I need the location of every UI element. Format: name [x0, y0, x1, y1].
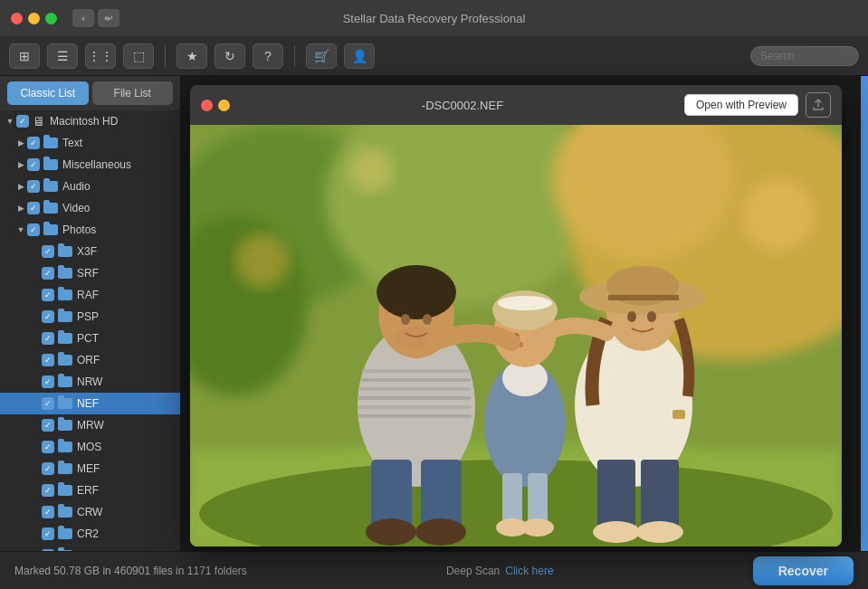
help-button[interactable]: ?	[253, 43, 283, 69]
checkbox-psp[interactable]	[42, 310, 54, 323]
user-button[interactable]: 👤	[344, 43, 375, 69]
tree-item-srf[interactable]: SRF	[0, 262, 180, 284]
checkbox-pct[interactable]	[42, 332, 54, 345]
folder-icon	[43, 203, 58, 214]
family-photo-svg	[190, 125, 842, 546]
tree-item-erf[interactable]: ERF	[0, 480, 180, 501]
undo-icon: ↩	[104, 12, 113, 24]
folder-icon	[58, 442, 72, 452]
folder-icon	[58, 268, 72, 279]
tab-file-list[interactable]: File List	[92, 81, 174, 105]
checkbox-nrw[interactable]	[42, 375, 54, 388]
tree-item-nrw[interactable]: NRW	[0, 371, 180, 393]
share-button[interactable]	[806, 92, 831, 118]
checkbox-mef[interactable]	[42, 462, 54, 475]
tree-label: Video	[62, 202, 90, 214]
tree-item-pct[interactable]: PCT	[0, 328, 180, 349]
checkbox-audio[interactable]	[27, 180, 40, 193]
checkbox-crw[interactable]	[42, 506, 54, 518]
folder-icon	[58, 528, 72, 539]
list-view-button[interactable]: ☰	[47, 43, 78, 69]
folder-icon	[58, 290, 72, 300]
sidebar: Classic List File List ▼ 🖥 Macintosh HD …	[0, 76, 181, 551]
tree-label: Miscellaneous	[62, 158, 131, 171]
checkbox-orf[interactable]	[42, 354, 54, 366]
checkbox-nef[interactable]	[42, 397, 54, 410]
tree-label: CRW	[77, 506, 102, 518]
tree-item-miscellaneous[interactable]: ▶ Miscellaneous	[0, 154, 180, 176]
drive-icon: 🖥	[33, 114, 45, 128]
tree-label: CR2	[77, 527, 99, 540]
recover-button[interactable]: Recover	[753, 556, 854, 585]
tree-item-psp[interactable]: PSP	[0, 306, 180, 328]
checkbox-macintosh-hd[interactable]	[16, 115, 29, 128]
click-here-link[interactable]: Click here	[505, 565, 553, 577]
refresh-button[interactable]: ↻	[215, 43, 245, 69]
checkbox-eps[interactable]	[42, 549, 54, 551]
tree-label: Audio	[62, 180, 91, 193]
folder-icon	[43, 159, 58, 170]
checkbox-photos[interactable]	[27, 223, 40, 236]
tab-classic-list[interactable]: Classic List	[7, 81, 89, 105]
tree-label: MRW	[77, 419, 104, 432]
sidebar-tabs: Classic List File List	[0, 76, 180, 110]
checkbox-mos[interactable]	[42, 441, 54, 453]
tree-item-eps[interactable]: EPS	[0, 545, 180, 551]
minimize-button[interactable]	[28, 13, 40, 24]
checkbox-video[interactable]	[27, 202, 40, 214]
column-view-button[interactable]: ⋮⋮	[85, 43, 116, 69]
star-button[interactable]: ★	[176, 43, 207, 69]
search-input[interactable]	[750, 46, 859, 66]
checkbox-text[interactable]	[27, 137, 40, 149]
cart-button[interactable]: 🛒	[306, 43, 337, 69]
checkbox-cr2[interactable]	[42, 527, 54, 540]
deep-scan-area: Deep Scan Click here	[446, 565, 554, 577]
maximize-button[interactable]	[45, 13, 57, 24]
tree-item-photos[interactable]: ▼ Photos	[0, 219, 180, 241]
folder-icon	[58, 398, 72, 409]
tree-label: NRW	[77, 375, 102, 388]
checkbox-raf[interactable]	[42, 289, 54, 301]
tree-item-text[interactable]: ▶ Text	[0, 132, 180, 154]
folder-icon	[58, 333, 72, 344]
checkbox-erf[interactable]	[42, 484, 54, 497]
tree-item-crw[interactable]: CRW	[0, 501, 180, 523]
toolbar-sep-1	[165, 45, 166, 67]
folder-icon	[58, 507, 72, 518]
close-button[interactable]	[11, 13, 23, 24]
tree-item-raf[interactable]: RAF	[0, 284, 180, 306]
tree-item-macintosh-hd[interactable]: ▼ 🖥 Macintosh HD	[0, 110, 180, 132]
tree-label: X3F	[77, 245, 97, 258]
cover-view-button[interactable]: ⬚	[123, 43, 154, 69]
checkbox-srf[interactable]	[42, 267, 54, 280]
title-bar: ‹ › ↩ Stellar Data Recovery Professional	[0, 0, 868, 36]
preview-panel: -DSC0002.NEF Open with Preview	[181, 76, 868, 551]
checkbox-mrw[interactable]	[42, 419, 54, 432]
tree-item-audio[interactable]: ▶ Audio	[0, 176, 180, 197]
preview-minimize-button[interactable]	[218, 100, 230, 111]
tree-item-nef[interactable]: NEF	[0, 393, 180, 414]
deep-scan-label: Deep Scan	[446, 565, 500, 577]
tree-item-mrw[interactable]: MRW	[0, 414, 180, 436]
tree-label: Photos	[62, 223, 96, 236]
tree-label: Macintosh HD	[50, 115, 118, 128]
folder-icon	[58, 311, 72, 322]
open-with-preview-button[interactable]: Open with Preview	[684, 94, 798, 116]
tree-item-x3f[interactable]: X3F	[0, 241, 180, 262]
tree-item-video[interactable]: ▶ Video	[0, 197, 180, 219]
preview-close-button[interactable]	[201, 100, 213, 111]
folder-icon	[58, 485, 72, 496]
checkbox-x3f[interactable]	[42, 245, 54, 258]
traffic-lights	[11, 13, 57, 24]
nav-back-button[interactable]: ‹	[72, 9, 94, 27]
tree-item-orf[interactable]: ORF	[0, 349, 180, 371]
tree-item-mef[interactable]: MEF	[0, 458, 180, 480]
tree-label: SRF	[77, 267, 99, 280]
checkbox-miscellaneous[interactable]	[27, 158, 40, 171]
status-bar: Marked 50.78 GB in 460901 files in 1171 …	[0, 551, 868, 589]
app-title: Stellar Data Recovery Professional	[343, 12, 526, 25]
tree-item-cr2[interactable]: CR2	[0, 523, 180, 545]
tree-item-mos[interactable]: MOS	[0, 436, 180, 458]
grid-view-button[interactable]: ⊞	[9, 43, 40, 69]
expand-arrow: ▼	[4, 117, 16, 126]
